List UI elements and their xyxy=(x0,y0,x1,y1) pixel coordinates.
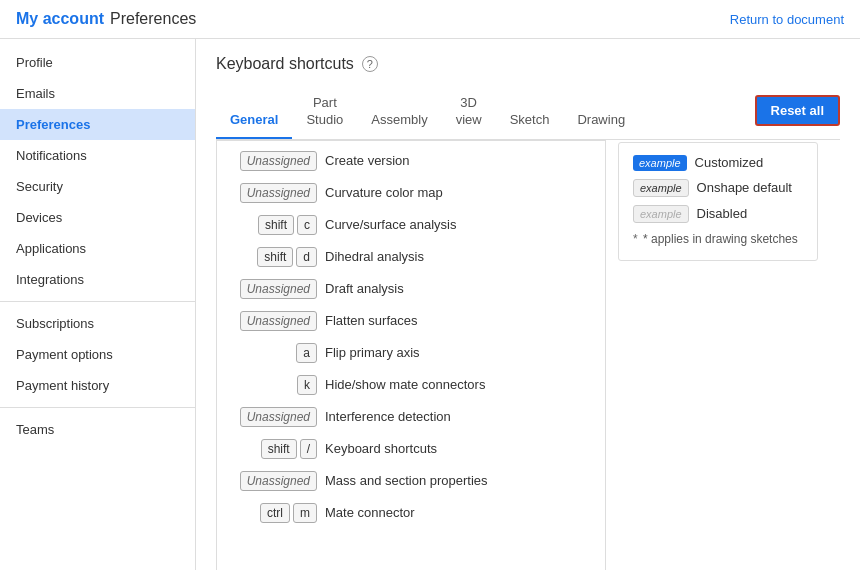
shortcut-label: Hide/show mate connectors xyxy=(325,377,485,392)
key-badge[interactable]: shift xyxy=(258,215,294,235)
page-layout: Profile Emails Preferences Notifications… xyxy=(0,39,860,570)
sidebar-item-notifications[interactable]: Notifications xyxy=(0,140,195,171)
tab-drawing[interactable]: Drawing xyxy=(563,104,639,139)
tab-sketch[interactable]: Sketch xyxy=(496,104,564,139)
sidebar-item-preferences[interactable]: Preferences xyxy=(0,109,195,140)
shortcut-label: Curvature color map xyxy=(325,185,443,200)
legend-row-customized: example Customized xyxy=(633,155,803,171)
key-combo: Unassigned xyxy=(227,183,317,203)
unassigned-badge[interactable]: Unassigned xyxy=(240,151,317,171)
table-row: shift d Dihedral analysis xyxy=(217,241,605,273)
help-icon[interactable]: ? xyxy=(362,56,378,72)
sidebar-item-devices[interactable]: Devices xyxy=(0,202,195,233)
key-combo: Unassigned xyxy=(227,471,317,491)
key-combo: shift d xyxy=(227,247,317,267)
legend-text-onshape: Onshape default xyxy=(697,180,792,195)
asterisk-icon: * xyxy=(633,232,638,246)
tabs-row: General PartStudio Assembly 3Dview Sketc… xyxy=(216,87,840,140)
tab-part-studio[interactable]: PartStudio xyxy=(292,87,357,139)
unassigned-badge[interactable]: Unassigned xyxy=(240,279,317,299)
legend-text-customized: Customized xyxy=(695,155,764,170)
tab-general[interactable]: General xyxy=(216,104,292,139)
sidebar-item-emails[interactable]: Emails xyxy=(0,78,195,109)
key-badge[interactable]: shift xyxy=(257,247,293,267)
table-row: a Flip primary axis xyxy=(217,337,605,369)
shortcut-label: Create version xyxy=(325,153,410,168)
shortcut-label: Interference detection xyxy=(325,409,451,424)
table-row: ctrl m Mate connector xyxy=(217,497,605,529)
shortcut-label: Mass and section properties xyxy=(325,473,488,488)
my-account-label: My account xyxy=(16,10,104,28)
header-title: My account Preferences xyxy=(16,10,196,28)
sidebar: Profile Emails Preferences Notifications… xyxy=(0,39,196,570)
table-row: k Hide/show mate connectors xyxy=(217,369,605,401)
legend-example-onshape: example xyxy=(633,179,689,197)
tab-3d-view[interactable]: 3Dview xyxy=(442,87,496,139)
table-row: Unassigned Interference detection xyxy=(217,401,605,433)
table-row: Unassigned Curvature color map xyxy=(217,177,605,209)
tab-assembly[interactable]: Assembly xyxy=(357,104,441,139)
sidebar-item-applications[interactable]: Applications xyxy=(0,233,195,264)
shortcuts-area: Unassigned Create version Unassigned Cur… xyxy=(216,140,840,570)
sidebar-divider-2 xyxy=(0,407,195,408)
shortcut-label: Draft analysis xyxy=(325,281,404,296)
table-row: shift / Keyboard shortcuts xyxy=(217,433,605,465)
unassigned-badge[interactable]: Unassigned xyxy=(240,183,317,203)
sidebar-item-payment-history[interactable]: Payment history xyxy=(0,370,195,401)
unassigned-badge[interactable]: Unassigned xyxy=(240,311,317,331)
key-badge[interactable]: m xyxy=(293,503,317,523)
table-row: shift c Curve/surface analysis xyxy=(217,209,605,241)
page-header: My account Preferences Return to documen… xyxy=(0,0,860,39)
legend-box: example Customized example Onshape defau… xyxy=(618,142,818,261)
sidebar-item-payment-options[interactable]: Payment options xyxy=(0,339,195,370)
table-row: Unassigned Draft analysis xyxy=(217,273,605,305)
shortcut-label: Dihedral analysis xyxy=(325,249,424,264)
table-row: Unassigned Mass and section properties xyxy=(217,465,605,497)
key-badge[interactable]: shift xyxy=(261,439,297,459)
legend-text-disabled: Disabled xyxy=(697,206,748,221)
sidebar-item-teams[interactable]: Teams xyxy=(0,414,195,445)
unassigned-badge[interactable]: Unassigned xyxy=(240,471,317,491)
unassigned-badge[interactable]: Unassigned xyxy=(240,407,317,427)
legend-note: * * applies in drawing sketches xyxy=(633,231,803,248)
header-preferences-label: Preferences xyxy=(110,10,196,28)
key-badge[interactable]: a xyxy=(296,343,317,363)
shortcut-label: Curve/surface analysis xyxy=(325,217,457,232)
reset-all-button[interactable]: Reset all xyxy=(755,95,840,126)
legend-example-disabled: example xyxy=(633,205,689,223)
key-combo: ctrl m xyxy=(227,503,317,523)
sidebar-item-security[interactable]: Security xyxy=(0,171,195,202)
shortcuts-list-container[interactable]: Unassigned Create version Unassigned Cur… xyxy=(216,140,606,570)
shortcut-label: Mate connector xyxy=(325,505,415,520)
table-row: Unassigned Flatten surfaces xyxy=(217,305,605,337)
sidebar-item-integrations[interactable]: Integrations xyxy=(0,264,195,295)
section-header: Keyboard shortcuts ? xyxy=(216,55,840,73)
key-combo: Unassigned xyxy=(227,151,317,171)
shortcut-label: Flip primary axis xyxy=(325,345,420,360)
legend-example-customized: example xyxy=(633,155,687,171)
sidebar-item-profile[interactable]: Profile xyxy=(0,47,195,78)
key-badge[interactable]: k xyxy=(297,375,317,395)
key-badge[interactable]: d xyxy=(296,247,317,267)
sidebar-divider-1 xyxy=(0,301,195,302)
key-combo: Unassigned xyxy=(227,407,317,427)
shortcut-label: Keyboard shortcuts xyxy=(325,441,437,456)
key-badge[interactable]: / xyxy=(300,439,317,459)
key-badge[interactable]: c xyxy=(297,215,317,235)
return-to-document-link[interactable]: Return to document xyxy=(730,12,844,27)
key-combo: Unassigned xyxy=(227,311,317,331)
section-title: Keyboard shortcuts xyxy=(216,55,354,73)
table-row: Unassigned Create version xyxy=(217,145,605,177)
sidebar-item-subscriptions[interactable]: Subscriptions xyxy=(0,308,195,339)
legend-row-onshape: example Onshape default xyxy=(633,179,803,197)
main-content: Keyboard shortcuts ? General PartStudio … xyxy=(196,39,860,570)
key-combo: shift c xyxy=(227,215,317,235)
key-combo: shift / xyxy=(227,439,317,459)
shortcut-label: Flatten surfaces xyxy=(325,313,418,328)
key-combo: Unassigned xyxy=(227,279,317,299)
key-combo: k xyxy=(227,375,317,395)
tabs-container: General PartStudio Assembly 3Dview Sketc… xyxy=(216,87,639,139)
key-badge[interactable]: ctrl xyxy=(260,503,290,523)
shortcuts-list: Unassigned Create version Unassigned Cur… xyxy=(217,141,605,533)
legend-row-disabled: example Disabled xyxy=(633,205,803,223)
